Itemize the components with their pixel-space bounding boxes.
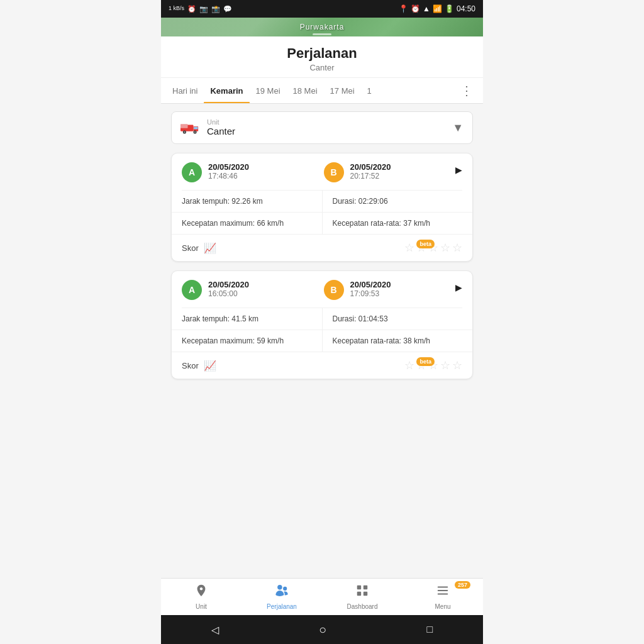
tab-19-mei[interactable]: 19 Mei (250, 79, 287, 103)
trip-1-point-a-info: 20/05/2020 17:48:46 (208, 162, 249, 180)
unit-info: Unit Canter (207, 118, 452, 137)
whatsapp-icon: 💬 (223, 5, 232, 13)
trip-2-stats-2: Kecepatan maximum: 59 km/h Kecepatan rat… (172, 330, 472, 352)
trip-2-end-time: 17:09:53 (350, 289, 391, 298)
trip-2-end-date: 20/05/2020 (350, 280, 391, 289)
map-location-text: Purwakarta (300, 23, 345, 31)
svg-point-4 (184, 131, 186, 133)
tab-number[interactable]: 1 (361, 81, 378, 101)
dropdown-arrow-icon[interactable]: ▼ (452, 121, 464, 135)
trip-1-star-5[interactable]: ☆ (452, 241, 462, 255)
instagram-icon: 📷 (199, 5, 208, 13)
svg-rect-7 (180, 124, 188, 128)
trip-2-stats-1: Jarak tempuh: 41.5 km Durasi: 01:04:53 (172, 308, 472, 330)
point-a-badge: A (182, 162, 202, 182)
map-handle (313, 33, 331, 35)
status-bar: 1 kB/s ⏰ 📷 📸 💬 📍 ⏰ ▲ 📶 🔋 04:50 (161, 0, 483, 18)
tab-kemarin[interactable]: Kemarin (204, 79, 249, 103)
data-speed: 1 kB/s (169, 6, 184, 12)
trip-2-jarak: Jarak tempuh: 41.5 km (172, 308, 323, 330)
trip-1-start-time: 17:48:46 (208, 172, 249, 180)
unit-label: Unit (207, 118, 452, 126)
trip-2-star-5[interactable]: ☆ (452, 358, 462, 372)
trip-1-stats-1: Jarak tempuh: 92.26 km Durasi: 02:29:06 (172, 191, 472, 212)
clock-time: 04:50 (457, 4, 475, 13)
content-area: Unit Canter ▼ A 20/05/2020 17:48:46 B 20… (161, 104, 483, 433)
trip-2-point-a-badge: A (182, 280, 202, 300)
trip-2-point-b: B 20/05/2020 17:09:53 (324, 280, 456, 300)
tab-18-mei[interactable]: 18 Mei (287, 79, 324, 103)
trip-2-star-4[interactable]: ☆ (440, 358, 450, 372)
trip-1-chart-icon[interactable]: 📈 (204, 242, 216, 254)
signal-icon: 📶 (433, 4, 442, 13)
trip-1-skor-label: Skor (182, 243, 199, 253)
location-icon: 📍 (399, 4, 408, 13)
page-subtitle: Canter (161, 63, 483, 72)
trip-2-kec-max: Kecepatan maximum: 59 km/h (172, 330, 323, 352)
trip-2-star-1[interactable]: ☆ (404, 358, 414, 372)
trip-1-end-time: 20:17:52 (350, 172, 391, 180)
svg-rect-2 (194, 127, 197, 130)
trip-1-star-1[interactable]: ☆ (404, 241, 414, 255)
unit-selector[interactable]: Unit Canter ▼ (171, 111, 473, 144)
trip-1-durasi: Durasi: 02:29:06 (323, 191, 473, 212)
status-right: 📍 ⏰ ▲ 📶 🔋 04:50 (399, 4, 475, 13)
trip-1-kec-max: Kecepatan maximum: 66 km/h (172, 213, 323, 234)
trip-1-start-date: 20/05/2020 (208, 162, 249, 172)
page-header: Perjalanan Canter (161, 36, 483, 78)
tab-17-mei[interactable]: 17 Mei (324, 79, 361, 103)
alarm2-icon: ⏰ (411, 4, 420, 13)
trip-2-point-a: A 20/05/2020 16:05:00 (182, 280, 314, 300)
point-b-badge: B (324, 162, 344, 182)
trip-2-point-a-info: 20/05/2020 16:05:00 (208, 280, 249, 298)
trip-2-play-button[interactable]: ▶ (455, 282, 462, 292)
camera-icon: 📸 (211, 5, 220, 13)
trip-1-star-4[interactable]: ☆ (440, 241, 450, 255)
trip-2-skor-label: Skor (182, 361, 199, 370)
wifi-icon: ▲ (423, 4, 430, 13)
trip-1-point-b: B 20/05/2020 20:17:52 (324, 162, 456, 182)
trip-2-kec-rata: Kecepatan rata-rata: 38 km/h (323, 330, 473, 352)
trip-2-beta-badge: beta (416, 357, 435, 366)
trip-1-beta-badge: beta (416, 240, 435, 248)
trip-1-header: A 20/05/2020 17:48:46 B 20/05/2020 20:17… (172, 153, 472, 190)
tab-bar: Hari ini Kemarin 19 Mei 18 Mei 17 Mei 1 … (161, 78, 483, 104)
trip-1-end-date: 20/05/2020 (350, 162, 391, 172)
battery-icon: 🔋 (445, 4, 454, 13)
unit-value: Canter (207, 126, 235, 136)
trip-2-point-b-info: 20/05/2020 17:09:53 (350, 280, 391, 298)
trip-2-start-date: 20/05/2020 (208, 280, 249, 289)
svg-point-6 (194, 131, 196, 133)
trip-card-1: A 20/05/2020 17:48:46 B 20/05/2020 20:17… (171, 153, 473, 262)
trip-1-jarak: Jarak tempuh: 92.26 km (172, 191, 323, 212)
trip-1-skor-row: Skor 📈 beta ☆ ☆ ☆ ☆ ☆ (172, 234, 472, 261)
trip-2-skor-row: Skor 📈 beta ☆ ☆ ☆ ☆ ☆ (172, 352, 472, 379)
trip-2-chart-icon[interactable]: 📈 (204, 360, 216, 372)
truck-icon (180, 121, 201, 134)
trip-1-point-b-info: 20/05/2020 20:17:52 (350, 162, 391, 180)
trip-2-start-time: 16:05:00 (208, 289, 249, 298)
more-options-button[interactable]: ⋮ (455, 78, 478, 103)
trip-1-play-button[interactable]: ▶ (455, 165, 462, 175)
tab-hari-ini[interactable]: Hari ini (166, 79, 204, 103)
trip-1-kec-rata: Kecepatan rata-rata: 37 km/h (323, 213, 473, 234)
trip-2-durasi: Durasi: 01:04:53 (323, 308, 473, 330)
status-left: 1 kB/s ⏰ 📷 📸 💬 (169, 5, 232, 13)
alarm-icon: ⏰ (187, 5, 196, 13)
trip-2-header: A 20/05/2020 16:05:00 B 20/05/2020 17:09… (172, 271, 472, 308)
trip-card-2: A 20/05/2020 16:05:00 B 20/05/2020 17:09… (171, 270, 473, 379)
trip-1-point-a: A 20/05/2020 17:48:46 (182, 162, 314, 182)
page-title: Perjalanan (161, 45, 483, 62)
trip-2-point-b-badge: B (324, 280, 344, 300)
map-preview: Purwakarta (161, 18, 483, 36)
trip-1-stats-2: Kecepatan maximum: 66 km/h Kecepatan rat… (172, 212, 472, 234)
